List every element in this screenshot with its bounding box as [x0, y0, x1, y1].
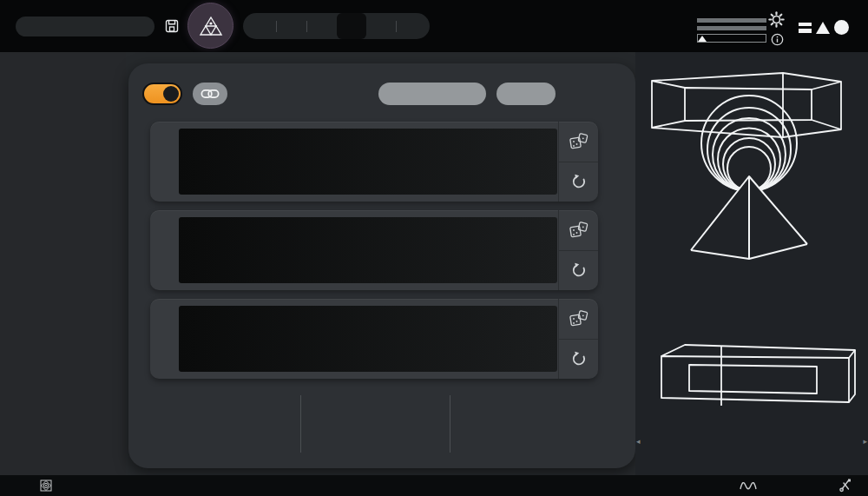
meter-bar-2 [697, 26, 766, 30]
visualizer-panel: ◂ ▸ [635, 52, 868, 475]
volume-slider-handle[interactable] [698, 36, 707, 42]
link-rows-button[interactable] [193, 83, 227, 105]
randomize-button[interactable] [559, 299, 598, 340]
velocity-row [150, 210, 598, 290]
refresh-icon [571, 262, 587, 278]
row-label [150, 210, 178, 290]
keyboard-scroll-left[interactable]: ◂ [636, 437, 641, 446]
dice-icon [569, 133, 589, 150]
keyboard-scroll-right[interactable]: ▸ [863, 437, 867, 446]
preset-selector[interactable] [16, 17, 155, 36]
info-button[interactable] [771, 33, 784, 50]
global-modulators-button[interactable] [635, 480, 868, 491]
keyboard-map: ◂ ▸ [646, 417, 858, 465]
row-icon-column [558, 299, 598, 379]
tab-samplers[interactable] [307, 13, 337, 39]
toggle-knob [163, 86, 179, 102]
randomize-button[interactable] [559, 210, 598, 251]
row-reset-button[interactable] [559, 340, 598, 380]
mndala2-app: ◂ ▸ [0, 0, 868, 496]
level-meters [697, 18, 766, 43]
row-icon-column [558, 210, 598, 290]
sequencer-page [126, 52, 635, 475]
enable-tied-notes-button[interactable] [378, 83, 486, 105]
length-step-display[interactable] [179, 306, 557, 372]
mandala-icon [40, 479, 52, 492]
sequencer-panel [128, 63, 635, 468]
reset-button[interactable] [496, 83, 556, 105]
knob-divider [450, 395, 450, 453]
triangle-logo-icon [199, 16, 223, 36]
sequencer-enable-toggle[interactable] [142, 83, 182, 105]
note-step-display[interactable] [179, 129, 557, 195]
length-row [150, 299, 598, 379]
gear-icon [768, 11, 785, 28]
tab-matrix[interactable] [277, 13, 306, 39]
randomize-button[interactable] [559, 122, 598, 162]
meter-bar-1 [697, 18, 766, 23]
row-label [150, 122, 178, 202]
brand-bars-icon [799, 23, 812, 33]
knob-divider [300, 395, 301, 453]
row-label [150, 299, 178, 379]
dice-icon [569, 222, 589, 239]
main-tab-bar [243, 13, 430, 39]
tab-sequencer[interactable] [337, 13, 366, 39]
tab-global-fx[interactable] [366, 13, 396, 39]
refresh-icon [571, 174, 587, 189]
refresh-icon [571, 351, 587, 367]
top-bar [0, 0, 868, 52]
bottom-bar [0, 475, 868, 496]
brand-triangle-icon [816, 22, 830, 34]
note-row [150, 122, 598, 202]
master-volume-slider[interactable] [697, 34, 766, 43]
row-reset-button[interactable] [559, 251, 598, 291]
dice-icon [569, 310, 589, 327]
row-reset-button[interactable] [559, 162, 598, 202]
sampler-slots-sidebar [0, 52, 126, 475]
brand-circle-icon [834, 20, 849, 35]
velocity-step-display[interactable] [179, 217, 557, 283]
mandala-wireframe-graphic [635, 52, 868, 278]
snip-tool-button[interactable] [838, 478, 852, 496]
chain-link-icon [201, 88, 220, 100]
tab-library[interactable] [397, 13, 426, 39]
box-wireframe-graphic [635, 339, 868, 417]
tab-perform[interactable] [247, 13, 276, 39]
row-icon-column [558, 122, 598, 202]
info-icon [771, 33, 784, 46]
save-preset-button[interactable] [165, 19, 179, 36]
mntra-logo-button[interactable] [187, 3, 233, 49]
wave-icon [740, 480, 757, 491]
brand-area [40, 479, 58, 492]
mntra-brand-logo [799, 20, 849, 35]
scissors-icon [838, 478, 852, 493]
settings-button[interactable] [768, 11, 785, 31]
save-icon [165, 19, 179, 33]
